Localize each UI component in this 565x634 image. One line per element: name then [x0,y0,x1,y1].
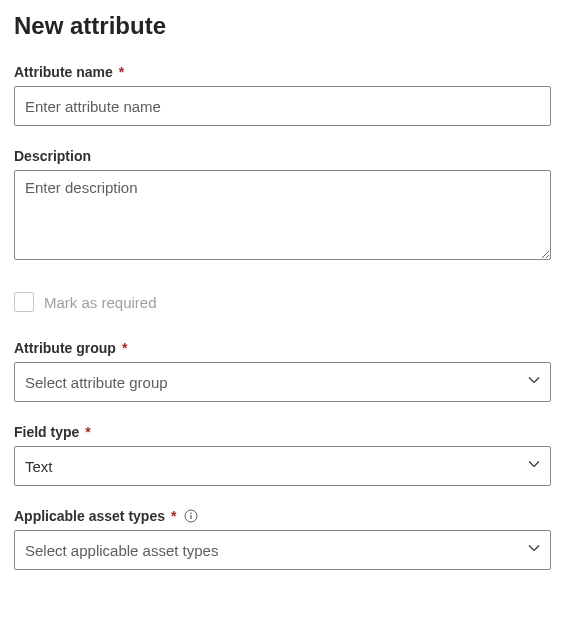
applicable-asset-types-label-text: Applicable asset types [14,508,165,524]
applicable-asset-types-label: Applicable asset types * [14,508,551,524]
required-asterisk: * [122,340,127,356]
required-asterisk: * [85,424,90,440]
info-icon[interactable] [184,509,198,523]
attribute-group-select[interactable]: Select attribute group [14,362,551,402]
attribute-group-label-text: Attribute group [14,340,116,356]
attribute-name-label-text: Attribute name [14,64,113,80]
description-input[interactable] [14,170,551,260]
svg-rect-2 [191,515,192,519]
attribute-group-label: Attribute group * [14,340,551,356]
mark-required-row: Mark as required [14,292,551,312]
attribute-name-input[interactable] [14,86,551,126]
field-type-field: Field type * Text [14,424,551,486]
description-field: Description [14,148,551,264]
mark-required-checkbox[interactable] [14,292,34,312]
field-type-select-wrapper: Text [14,446,551,486]
applicable-asset-types-select[interactable]: Select applicable asset types [14,530,551,570]
field-type-value: Text [25,458,53,475]
mark-required-label: Mark as required [44,294,157,311]
description-label-text: Description [14,148,91,164]
attribute-group-select-wrapper: Select attribute group [14,362,551,402]
applicable-asset-types-placeholder: Select applicable asset types [25,542,218,559]
attribute-group-placeholder: Select attribute group [25,374,168,391]
description-label: Description [14,148,551,164]
field-type-label-text: Field type [14,424,79,440]
applicable-asset-types-select-wrapper: Select applicable asset types [14,530,551,570]
applicable-asset-types-field: Applicable asset types * Select applicab… [14,508,551,570]
attribute-group-field: Attribute group * Select attribute group [14,340,551,402]
attribute-name-field: Attribute name * [14,64,551,126]
attribute-name-label: Attribute name * [14,64,551,80]
svg-point-1 [191,512,193,514]
field-type-label: Field type * [14,424,551,440]
field-type-select[interactable]: Text [14,446,551,486]
required-asterisk: * [171,508,176,524]
page-title: New attribute [14,12,551,40]
required-asterisk: * [119,64,124,80]
